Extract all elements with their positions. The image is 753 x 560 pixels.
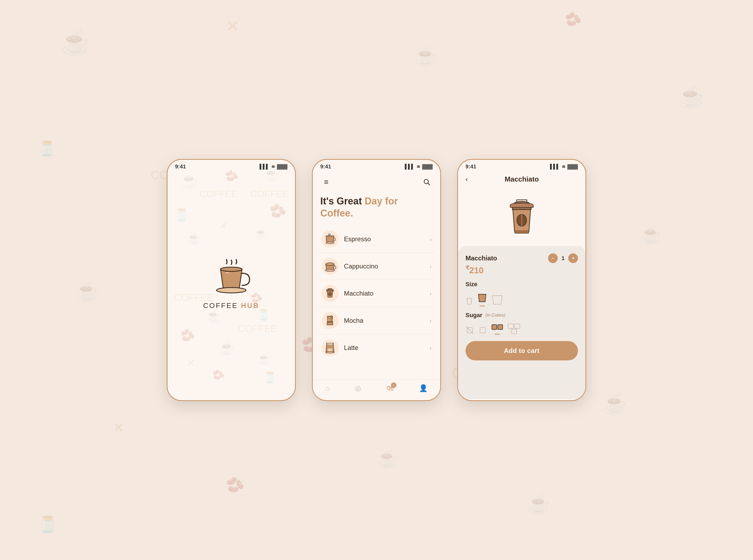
home-icon: ⌂ <box>325 384 330 393</box>
phone-menu: 9:41 ▌▌▌ ≋ ▓▓▓ ≡ It's Great Day for <box>312 159 441 401</box>
quantity-row: Macchiato − 1 + <box>466 253 578 263</box>
phone-detail: 9:41 ▌▌▌ ≋ ▓▓▓ ‹ Macchiato <box>457 159 586 401</box>
cappuccino-icon <box>321 258 339 275</box>
chevron-icon: › <box>430 318 432 324</box>
wifi-icon-3: ≋ <box>562 164 565 169</box>
sugar-2[interactable] <box>491 322 503 335</box>
add-to-cart-button[interactable]: Add to cart <box>466 341 578 360</box>
menu-content: ≡ It's Great Day for Coffee. <box>313 172 440 399</box>
qty-minus-button[interactable]: − <box>548 253 558 263</box>
size-options <box>466 292 578 306</box>
chevron-icon: › <box>430 263 432 269</box>
cappuccino-name: Cappuccino <box>344 262 430 270</box>
sugar-note: (in Cubes) <box>485 313 505 318</box>
svg-point-11 <box>326 352 334 353</box>
menu-title: It's Great Day for Coffee. <box>320 195 433 219</box>
location-icon: ◎ <box>355 384 361 393</box>
sugar-3[interactable] <box>507 323 521 335</box>
mocha-icon <box>321 312 339 329</box>
list-item[interactable]: Cappuccino › <box>317 253 436 280</box>
svg-rect-20 <box>511 329 516 334</box>
svg-rect-17 <box>498 325 503 329</box>
size-small[interactable] <box>466 296 473 306</box>
list-item[interactable]: Macchiato › <box>317 280 436 307</box>
search-button[interactable] <box>421 176 433 188</box>
coffee-cup-logo <box>210 259 253 296</box>
sugar-0[interactable] <box>466 326 474 335</box>
menu-header: ≡ <box>313 172 440 192</box>
status-icons-2: ▌▌▌ ≋ ▓▓▓ <box>405 164 433 169</box>
product-price: ₹210 <box>466 265 578 276</box>
svg-point-6 <box>325 269 335 272</box>
product-card: Macchiato − 1 + ₹210 Size <box>458 246 586 399</box>
bottom-nav: ⌂ ◎ 🛍 1 👤 <box>313 380 440 399</box>
list-item[interactable]: Espresso › <box>317 226 436 253</box>
nav-location[interactable]: ◎ <box>355 384 361 393</box>
svg-line-3 <box>428 183 430 185</box>
latte-name: Latte <box>344 344 430 352</box>
macchiato-icon <box>321 285 339 302</box>
sugar-options <box>466 322 578 335</box>
nav-home[interactable]: ⌂ <box>325 384 330 393</box>
battery-icon-1: ▓▓▓ <box>277 164 287 169</box>
sugar-active-indicator <box>494 334 500 335</box>
battery-icon-2: ▓▓▓ <box>422 164 433 169</box>
size-medium[interactable] <box>477 292 487 306</box>
svg-rect-9 <box>327 319 333 321</box>
status-icons-3: ▌▌▌ ≋ ▓▓▓ <box>550 164 578 169</box>
svg-point-1 <box>217 287 246 293</box>
wifi-icon-1: ≋ <box>271 164 275 169</box>
chevron-icon: › <box>430 345 432 351</box>
phones-container: 9:41 ▌▌▌ ≋ ▓▓▓ ☕ 🫘 ☕ COFFEE COFFEE 🫙 🫘 ✕… <box>167 159 586 401</box>
espresso-name: Espresso <box>344 235 430 243</box>
macchiato-name: Macchiato <box>344 290 430 297</box>
product-image <box>504 194 539 239</box>
logo-area: COFFEE HUB <box>203 259 259 310</box>
svg-rect-15 <box>480 327 485 333</box>
sugar-label: Sugar <box>466 312 482 319</box>
list-item[interactable]: Mocha › <box>317 307 436 334</box>
detail-header: ‹ Macchiato <box>458 172 586 187</box>
svg-rect-16 <box>492 325 497 329</box>
signal-icon-2: ▌▌▌ <box>405 164 414 169</box>
qty-value: 1 <box>562 255 565 261</box>
svg-point-4 <box>326 242 334 244</box>
size-large[interactable] <box>491 292 503 306</box>
espresso-icon <box>321 231 339 248</box>
sugar-label-row: Sugar (in Cubes) <box>466 312 578 319</box>
splash-content: COFFEE HUB <box>167 172 295 396</box>
signal-icon-1: ▌▌▌ <box>260 164 269 169</box>
profile-icon: 👤 <box>419 384 428 393</box>
size-label: Size <box>466 281 578 288</box>
wifi-icon-2: ≋ <box>416 164 420 169</box>
battery-icon-3: ▓▓▓ <box>567 164 578 169</box>
detail-title: Macchiato <box>505 175 539 183</box>
back-button[interactable]: ‹ <box>466 175 468 183</box>
latte-icon <box>321 339 339 356</box>
qty-plus-button[interactable]: + <box>568 253 578 263</box>
status-bar-2: 9:41 ▌▌▌ ≋ ▓▓▓ <box>313 160 440 172</box>
menu-headline: It's Great Day for Coffee. <box>313 192 440 226</box>
hamburger-button[interactable]: ≡ <box>320 176 332 188</box>
status-bar-1: 9:41 ▌▌▌ ≋ ▓▓▓ <box>167 160 295 172</box>
svg-rect-10 <box>331 315 331 322</box>
phone-splash: 9:41 ▌▌▌ ≋ ▓▓▓ ☕ 🫘 ☕ COFFEE COFFEE 🫙 🫘 ✕… <box>167 159 296 401</box>
cart-badge: 1 <box>391 382 396 388</box>
nav-profile[interactable]: 👤 <box>419 384 428 393</box>
size-active-indicator <box>480 305 485 306</box>
search-icon <box>423 179 430 185</box>
svg-point-0 <box>221 267 242 272</box>
sugar-1[interactable] <box>479 326 487 335</box>
svg-point-5 <box>326 263 334 265</box>
coffee-list: Espresso › Cappuccino › <box>313 226 440 380</box>
time-2: 9:41 <box>320 163 331 170</box>
list-item[interactable]: Latte › <box>317 334 436 361</box>
product-name: Macchiato <box>466 255 497 262</box>
chevron-icon: › <box>430 291 432 297</box>
logo-text: COFFEE HUB <box>203 301 259 310</box>
detail-content: ‹ Macchiato <box>458 172 586 399</box>
nav-cart[interactable]: 🛍 1 <box>387 384 394 393</box>
status-bar-3: 9:41 ▌▌▌ ≋ ▓▓▓ <box>458 160 586 172</box>
svg-rect-18 <box>508 324 513 328</box>
time-3: 9:41 <box>466 163 476 170</box>
